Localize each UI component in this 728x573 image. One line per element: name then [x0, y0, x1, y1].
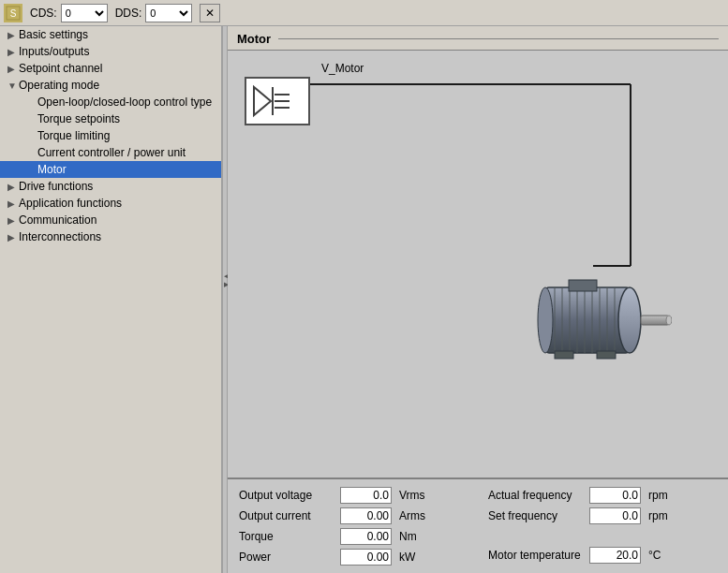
set-frequency-unit: rpm	[648, 509, 681, 522]
svg-point-20	[618, 287, 641, 353]
svg-point-21	[538, 287, 553, 353]
sidebar: ▶ Basic settings ▶ Inputs/outputs ▶ Setp…	[0, 26, 222, 573]
sidebar-item-torque-limiting[interactable]: Torque limiting	[0, 127, 221, 144]
main-container: ▶ Basic settings ▶ Inputs/outputs ▶ Setp…	[0, 26, 728, 573]
svg-rect-22	[641, 316, 669, 325]
cds-group: CDS: 0	[30, 4, 108, 22]
sidebar-item-setpoint-channel[interactable]: ▶ Setpoint channel	[0, 60, 221, 77]
output-current-row: Output current 0.00 Arms	[239, 507, 432, 524]
sidebar-item-open-loop[interactable]: Open-loop/closed-loop control type	[0, 94, 221, 110]
power-row: Power 0.00 kW	[239, 549, 432, 566]
sidebar-item-inputs-outputs[interactable]: ▶ Inputs/outputs	[0, 43, 221, 60]
motor-temperature-unit: °C	[648, 549, 681, 562]
sidebar-label-drive-functions: Drive functions	[19, 180, 93, 193]
actual-frequency-row: Actual frequency 0.0 rpm	[488, 487, 681, 504]
sidebar-label-interconnections: Interconnections	[19, 230, 101, 243]
output-voltage-unit: Vrms	[399, 489, 432, 502]
arrow-drive-functions: ▶	[7, 182, 17, 192]
left-status: Output voltage 0.0 Vrms Output current 0…	[239, 487, 432, 566]
motor-temperature-row: Motor temperature 20.0 °C	[488, 547, 681, 564]
arrow-interconnections: ▶	[7, 232, 17, 242]
arrow-operating-mode: ▼	[7, 81, 17, 91]
sidebar-label-inputs-outputs: Inputs/outputs	[19, 45, 89, 58]
sidebar-item-basic-settings[interactable]: ▶ Basic settings	[0, 26, 221, 43]
svg-rect-25	[597, 351, 616, 359]
set-frequency-value: 0.0	[589, 507, 641, 524]
section-title-text: Motor	[237, 32, 271, 46]
svg-point-23	[666, 316, 672, 325]
dds-group: DDS: 0	[115, 4, 193, 22]
torque-row: Torque 0.00 Nm	[239, 528, 432, 545]
sidebar-item-current-controller[interactable]: Current controller / power unit	[0, 144, 221, 161]
output-voltage-label: Output voltage	[239, 489, 333, 502]
actual-frequency-unit: rpm	[648, 489, 681, 502]
sidebar-label-current-controller: Current controller / power unit	[37, 146, 186, 159]
output-voltage-value: 0.0	[340, 487, 392, 504]
sidebar-label-torque-setpoints: Torque setpoints	[37, 112, 120, 125]
sidebar-label-torque-limiting: Torque limiting	[37, 129, 110, 142]
svg-rect-26	[569, 280, 597, 291]
diagram-area: V_Motor	[228, 51, 728, 478]
app-icon: S	[4, 4, 22, 22]
svg-rect-10	[545, 287, 630, 353]
actual-frequency-label: Actual frequency	[488, 489, 582, 502]
set-frequency-row: Set frequency 0.0 rpm	[488, 507, 681, 524]
arrow-communication: ▶	[7, 215, 17, 226]
cds-label: CDS:	[30, 7, 57, 20]
output-current-label: Output current	[239, 509, 333, 522]
status-group: Output voltage 0.0 Vrms Output current 0…	[239, 487, 717, 566]
dds-label: DDS:	[115, 7, 142, 20]
sidebar-item-communication[interactable]: ▶ Communication	[0, 212, 221, 228]
arrow-application-functions: ▶	[7, 198, 17, 209]
output-voltage-row: Output voltage 0.0 Vrms	[239, 487, 432, 504]
motor-visual	[536, 269, 672, 384]
v-motor-label: V_Motor	[321, 62, 364, 75]
svg-text:S: S	[10, 8, 17, 19]
inverter-block	[245, 77, 310, 125]
power-label: Power	[239, 551, 333, 564]
power-unit: kW	[399, 551, 432, 564]
reset-button[interactable]: ✕	[200, 4, 220, 22]
power-value: 0.00	[340, 549, 392, 566]
sidebar-label-basic-settings: Basic settings	[19, 28, 88, 41]
sidebar-item-motor[interactable]: Motor	[0, 161, 221, 178]
sidebar-label-motor: Motor	[37, 163, 67, 176]
svg-rect-24	[555, 351, 573, 359]
svg-marker-2	[254, 87, 271, 115]
torque-label: Torque	[239, 530, 333, 543]
sidebar-label-application-functions: Application functions	[19, 197, 122, 210]
sidebar-item-interconnections[interactable]: ▶ Interconnections	[0, 228, 221, 245]
torque-unit: Nm	[399, 530, 432, 543]
sidebar-item-application-functions[interactable]: ▶ Application functions	[0, 195, 221, 212]
motor-temperature-value: 20.0	[589, 547, 641, 564]
inverter-symbol	[252, 83, 303, 119]
content-area: Motor V_Motor	[228, 26, 728, 573]
arrow-inputs-outputs: ▶	[7, 47, 17, 57]
dds-select[interactable]: 0	[145, 4, 192, 22]
sidebar-label-setpoint-channel: Setpoint channel	[19, 62, 102, 75]
sidebar-item-operating-mode[interactable]: ▼ Operating mode	[0, 77, 221, 94]
actual-frequency-value: 0.0	[589, 487, 641, 504]
output-current-value: 0.00	[340, 507, 392, 524]
sidebar-item-drive-functions[interactable]: ▶ Drive functions	[0, 178, 221, 195]
status-panel: Output voltage 0.0 Vrms Output current 0…	[228, 478, 728, 573]
sidebar-label-operating-mode: Operating mode	[19, 79, 99, 92]
toolbar: S CDS: 0 DDS: 0 ✕	[0, 0, 728, 26]
sidebar-label-open-loop: Open-loop/closed-loop control type	[37, 96, 212, 109]
set-frequency-label: Set frequency	[488, 509, 582, 522]
cds-select[interactable]: 0	[61, 4, 108, 22]
right-status: Actual frequency 0.0 rpm Set frequency 0…	[488, 487, 681, 566]
output-current-unit: Arms	[399, 509, 432, 522]
arrow-setpoint-channel: ▶	[7, 64, 17, 74]
sidebar-item-torque-setpoints[interactable]: Torque setpoints	[0, 110, 221, 127]
section-title: Motor	[228, 26, 728, 51]
torque-value: 0.00	[340, 528, 392, 545]
motor-temperature-label: Motor temperature	[488, 549, 582, 562]
arrow-basic-settings: ▶	[7, 30, 17, 40]
sidebar-label-communication: Communication	[19, 213, 97, 227]
